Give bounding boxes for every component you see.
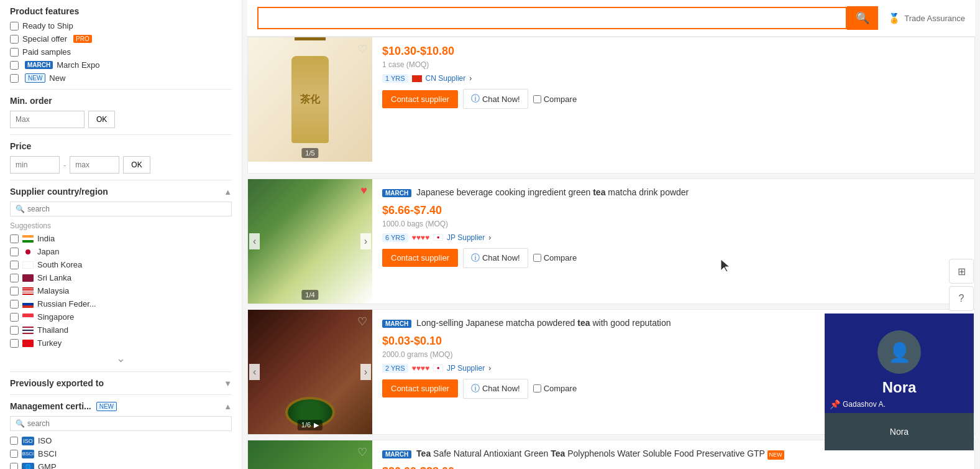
feature-new-label: New [49, 73, 65, 83]
feature-paid-samples-label: Paid samples [22, 47, 71, 57]
cert-item-gmp[interactable]: 🌐 GMP [10, 462, 232, 469]
country-thailand-checkbox[interactable] [10, 326, 19, 335]
country-india-checkbox[interactable] [10, 234, 19, 243]
supplier-link-1[interactable]: JP Supplier [447, 233, 485, 242]
feature-special-offer[interactable]: Special offer PRO [10, 34, 232, 44]
feature-new[interactable]: NEW New [10, 73, 232, 83]
feature-paid-samples[interactable]: Paid samples [10, 47, 232, 57]
supplier-country-title: Supplier country/region [10, 187, 108, 197]
wishlist-1-button[interactable]: ♥ [360, 184, 367, 197]
flag-india-icon [22, 235, 34, 243]
feature-march-expo[interactable]: MARCH March Expo [10, 60, 232, 70]
img-next-1-button[interactable]: › [360, 233, 371, 249]
compare-top-checkbox[interactable] [533, 95, 541, 103]
trade-assurance: 🏅 Trade Assurance [888, 12, 965, 24]
product-image-1: ‹ › ♥ 1/4 [248, 179, 372, 304]
img-prev-2-button[interactable]: ‹ [249, 364, 260, 380]
country-south-korea-checkbox[interactable] [10, 261, 19, 269]
country-singapore-checkbox[interactable] [10, 313, 19, 322]
country-russia-checkbox[interactable] [10, 300, 19, 309]
country-search-input[interactable] [27, 205, 226, 213]
moq-2-label: (MOQ) [430, 350, 453, 359]
compare-1-wrap: Compare [533, 253, 577, 262]
previously-exported-section: Previously exported to ▼ [10, 378, 232, 388]
min-order-ok-button[interactable]: OK [88, 111, 115, 128]
wishlist-top-button[interactable]: ♡ [357, 42, 367, 56]
compare-2-label: Compare [544, 384, 577, 393]
country-india-label: India [37, 234, 55, 243]
product-image-2: ‹ › ♡ 1/6 ▶ [248, 310, 372, 434]
contact-supplier-top-button[interactable]: Contact supplier [382, 90, 458, 108]
contact-supplier-1-button[interactable]: Contact supplier [382, 249, 458, 267]
min-order-title: Min. order [10, 96, 232, 106]
country-sri-lanka-checkbox[interactable] [10, 274, 19, 282]
cert-gmp-checkbox[interactable] [10, 463, 18, 469]
wishlist-3-button[interactable]: ♡ [357, 445, 367, 459]
cert-bsci-checkbox[interactable] [10, 450, 18, 458]
contact-supplier-2-button[interactable]: Contact supplier [382, 379, 458, 397]
supplier-yrs-top: 1 YRS [382, 74, 408, 83]
supplier-link-2[interactable]: JP Supplier [447, 364, 485, 373]
country-malaysia-checkbox[interactable] [10, 287, 19, 295]
suggestions-label: Suggestions [10, 221, 232, 230]
compare-2-checkbox[interactable] [533, 384, 541, 392]
country-item-singapore[interactable]: Singapore [10, 312, 232, 322]
supplier-country-collapse-icon[interactable]: ▲ [224, 187, 232, 197]
previously-exported-header[interactable]: Previously exported to ▼ [10, 378, 232, 388]
feature-new-checkbox[interactable] [10, 74, 19, 83]
search-input[interactable]: tea [257, 7, 847, 29]
country-japan-checkbox[interactable] [10, 248, 19, 256]
country-scroll-down[interactable]: ⌄ [10, 351, 232, 365]
image-counter-top: 1/5 [301, 148, 318, 158]
country-item-turkey[interactable]: Turkey [10, 338, 232, 348]
cert-item-bsci[interactable]: BSCI BSCI [10, 449, 232, 458]
cert-search-input[interactable] [27, 419, 226, 428]
img-prev-1-button[interactable]: ‹ [249, 233, 260, 249]
right-btn-2[interactable]: ? [949, 286, 974, 311]
chat-now-top-button[interactable]: ⓘ Chat Now! [463, 89, 528, 109]
right-btn-1[interactable]: ⊞ [949, 259, 974, 284]
cert-item-iso[interactable]: ISO ISO [10, 436, 232, 445]
feature-march-expo-checkbox[interactable] [10, 61, 19, 70]
management-cert-header[interactable]: Management certi... NEW ▲ [10, 401, 232, 411]
price-min-input[interactable] [10, 156, 60, 174]
video-avatar: 👤 [877, 330, 921, 374]
country-item-russia[interactable]: Russian Feder... [10, 299, 232, 309]
feature-ready-ship[interactable]: Ready to Ship [10, 21, 232, 30]
chat-now-2-button[interactable]: ⓘ Chat Now! [463, 379, 528, 399]
march-badge-2: MARCH [382, 320, 411, 328]
price-ok-button[interactable]: OK [123, 156, 150, 174]
price-dash: - [63, 160, 66, 170]
country-item-south-korea[interactable]: South Korea [10, 260, 232, 269]
min-order-input[interactable] [10, 111, 85, 128]
compare-1-checkbox[interactable] [533, 254, 541, 262]
previously-exported-collapse-icon[interactable]: ▼ [224, 379, 232, 388]
country-search-icon: 🔍 [16, 205, 25, 213]
search-button[interactable]: 🔍 [847, 6, 878, 30]
badge-march: MARCH [25, 61, 53, 69]
country-thailand-label: Thailand [37, 325, 68, 335]
img-next-2-button[interactable]: › [360, 364, 371, 380]
price-max-input[interactable] [70, 156, 119, 174]
supplier-flag-2 [433, 365, 443, 371]
video-caller-name: Gadashov A. [843, 400, 886, 409]
management-cert-collapse-icon[interactable]: ▲ [224, 402, 232, 411]
country-item-india[interactable]: India [10, 234, 232, 243]
supplier-country-header[interactable]: Supplier country/region ▲ [10, 187, 232, 197]
cert-search-box[interactable]: 🔍 [10, 416, 232, 431]
wishlist-2-button[interactable]: ♡ [357, 315, 367, 328]
feature-special-offer-checkbox[interactable] [10, 35, 19, 44]
country-item-sri-lanka[interactable]: Sri Lanka [10, 273, 232, 282]
chat-now-1-button[interactable]: ⓘ Chat Now! [463, 248, 528, 268]
feature-paid-samples-checkbox[interactable] [10, 48, 19, 57]
cert-iso-checkbox[interactable] [10, 437, 18, 445]
country-item-japan[interactable]: Japan [10, 247, 232, 256]
page-wrapper: Product features Ready to Ship Special o… [0, 0, 980, 469]
country-search-box[interactable]: 🔍 [10, 202, 232, 216]
country-item-malaysia[interactable]: Malaysia [10, 286, 232, 295]
country-turkey-checkbox[interactable] [10, 339, 19, 348]
supplier-link-top[interactable]: CN Supplier [426, 74, 466, 83]
country-item-thailand[interactable]: Thailand [10, 325, 232, 335]
cert-iso-icon: ISO [22, 437, 34, 445]
feature-ready-ship-checkbox[interactable] [10, 22, 19, 30]
